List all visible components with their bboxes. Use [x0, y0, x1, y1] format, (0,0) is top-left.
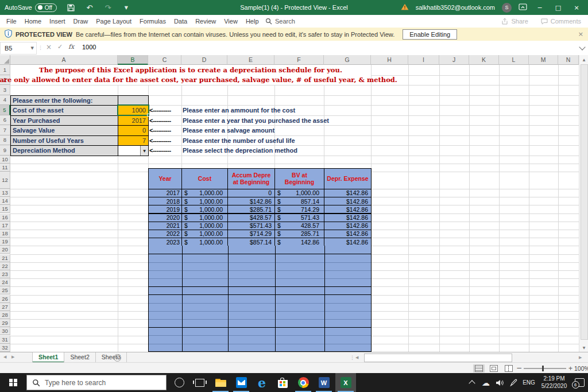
- cell-F19[interactable]: $142.86: [274, 238, 324, 246]
- cell-B5[interactable]: 1000: [118, 105, 149, 116]
- cancel-entry-icon[interactable]: ×: [46, 43, 52, 51]
- comments-button[interactable]: Comments: [541, 18, 581, 25]
- cell-B8[interactable]: 7: [118, 135, 149, 146]
- ribbon-tab-home[interactable]: Home: [21, 15, 45, 28]
- cell-F18[interactable]: $285.71: [274, 230, 324, 238]
- vertical-scroll-thumb[interactable]: [581, 64, 588, 340]
- row-header-14[interactable]: 14: [0, 197, 10, 205]
- row-header-8[interactable]: 8: [0, 135, 10, 146]
- taskbar-search-input[interactable]: Type here to search: [26, 375, 167, 390]
- column-header-H[interactable]: H: [371, 55, 408, 65]
- sheet-tab-sheet2[interactable]: Sheet2: [64, 352, 95, 363]
- row-header-21[interactable]: 21: [0, 254, 10, 262]
- vertical-scrollbar[interactable]: ▲ ▼: [579, 55, 588, 352]
- task-view-button[interactable]: [189, 373, 210, 392]
- normal-view-button[interactable]: [473, 364, 485, 372]
- column-header-M[interactable]: M: [529, 55, 558, 65]
- ribbon-display-options-icon[interactable]: [519, 3, 527, 11]
- column-header-L[interactable]: L: [499, 55, 529, 65]
- row-header-11[interactable]: 11: [0, 164, 10, 172]
- volume-icon[interactable]: [493, 379, 506, 386]
- start-button[interactable]: [0, 373, 26, 392]
- cell-C13[interactable]: 2017: [148, 189, 182, 197]
- cell-A9[interactable]: Depreciation Method: [10, 145, 118, 156]
- ribbon-tab-help[interactable]: Help: [242, 15, 263, 28]
- undo-button[interactable]: ↶: [84, 2, 95, 13]
- windows-ink-icon[interactable]: [506, 379, 520, 387]
- cell-G14[interactable]: $142.86: [324, 197, 372, 205]
- column-header-D[interactable]: D: [181, 55, 227, 65]
- confirm-entry-icon[interactable]: ✓: [57, 43, 63, 51]
- cell-D13[interactable]: $1,000.00: [181, 189, 228, 197]
- cell-C16[interactable]: 2020: [148, 214, 182, 222]
- zoom-slider[interactable]: [524, 368, 566, 369]
- cell-A6[interactable]: Year Purchased: [10, 115, 118, 126]
- cell-E15[interactable]: $285.71: [227, 205, 275, 214]
- row-header-7[interactable]: 7: [0, 125, 10, 135]
- enable-editing-button[interactable]: Enable Editing: [403, 29, 457, 40]
- cell-G19[interactable]: $142.86: [324, 238, 372, 246]
- tab-split-handle[interactable]: ⋮: [350, 355, 355, 360]
- column-header-B[interactable]: B: [118, 55, 148, 65]
- cell-C14[interactable]: 2018: [148, 197, 182, 205]
- edge-button[interactable]: e: [252, 373, 272, 392]
- clock[interactable]: 2:19 PM5/22/2020: [537, 375, 571, 390]
- ribbon-search[interactable]: Search: [265, 15, 295, 28]
- row-header-20[interactable]: 20: [0, 246, 10, 254]
- scroll-up-icon[interactable]: ▲: [579, 55, 588, 64]
- column-header-K[interactable]: K: [469, 55, 499, 65]
- minimize-button[interactable]: ─: [534, 4, 546, 11]
- cell-D17[interactable]: $1,000.00: [181, 222, 228, 230]
- expand-formula-bar-icon[interactable]: [579, 44, 585, 50]
- excel-button[interactable]: X: [335, 373, 356, 392]
- ribbon-tab-file[interactable]: File: [2, 15, 21, 28]
- new-sheet-button[interactable]: +: [114, 354, 121, 362]
- cell-C15[interactable]: 2019: [148, 205, 182, 214]
- row-header-23[interactable]: 23: [0, 270, 10, 278]
- column-header-E[interactable]: E: [227, 55, 274, 65]
- row-header-5[interactable]: 5: [0, 105, 10, 115]
- onedrive-icon[interactable]: ☁: [479, 379, 493, 387]
- cell-A7[interactable]: Salvage Value: [10, 125, 118, 136]
- maximize-button[interactable]: □: [552, 4, 564, 11]
- dismiss-bar-icon[interactable]: ×: [578, 30, 583, 38]
- row-header-4[interactable]: 4: [0, 95, 10, 106]
- row-header-30[interactable]: 30: [0, 327, 10, 335]
- cell-G17[interactable]: $142.86: [324, 222, 372, 230]
- action-center-button[interactable]: 6: [571, 378, 588, 387]
- row-header-18[interactable]: 18: [0, 230, 10, 238]
- row-header-24[interactable]: 24: [0, 278, 10, 286]
- cell-D14[interactable]: $1,000.00: [181, 197, 228, 205]
- row-header-6[interactable]: 6: [0, 115, 10, 126]
- file-explorer-button[interactable]: [210, 373, 231, 392]
- row-header-26[interactable]: 26: [0, 295, 10, 303]
- ribbon-tab-review[interactable]: Review: [191, 15, 220, 28]
- ribbon-tab-draw[interactable]: Draw: [69, 15, 92, 28]
- cell-G16[interactable]: $142.86: [324, 214, 372, 222]
- language-indicator[interactable]: ENG: [520, 379, 537, 386]
- row-header-25[interactable]: 25: [0, 286, 10, 294]
- autosave-switch[interactable]: Off: [35, 3, 57, 12]
- row-header-22[interactable]: 22: [0, 262, 10, 270]
- row-header-3[interactable]: 3: [0, 85, 10, 95]
- redo-button[interactable]: ↷: [103, 2, 113, 13]
- ribbon-tab-page-layout[interactable]: Page Layout: [92, 15, 136, 28]
- save-button[interactable]: [66, 2, 76, 13]
- row-header-31[interactable]: 31: [0, 336, 10, 344]
- column-header-G[interactable]: G: [324, 55, 371, 65]
- zoom-level[interactable]: 100%: [574, 365, 588, 372]
- column-header-I[interactable]: I: [408, 55, 439, 65]
- depreciation-method-dropdown[interactable]: [140, 146, 148, 156]
- cell-G18[interactable]: $142.86: [324, 230, 372, 238]
- cell-A5[interactable]: Cost of the asset: [10, 105, 118, 116]
- sheet-tab-sheet1[interactable]: Sheet1: [32, 352, 64, 363]
- zoom-slider-thumb[interactable]: [542, 366, 544, 371]
- avatar[interactable]: S: [502, 3, 512, 13]
- row-header-9[interactable]: 9: [0, 145, 10, 156]
- word-button[interactable]: W: [314, 373, 334, 392]
- cell-C19[interactable]: 2023: [148, 238, 182, 246]
- row-header-32[interactable]: 32: [0, 344, 10, 352]
- cell-G13[interactable]: $142.86: [324, 189, 372, 197]
- column-header-J[interactable]: J: [439, 55, 469, 65]
- account-email[interactable]: salkhatib3502@outlook.com: [416, 4, 495, 11]
